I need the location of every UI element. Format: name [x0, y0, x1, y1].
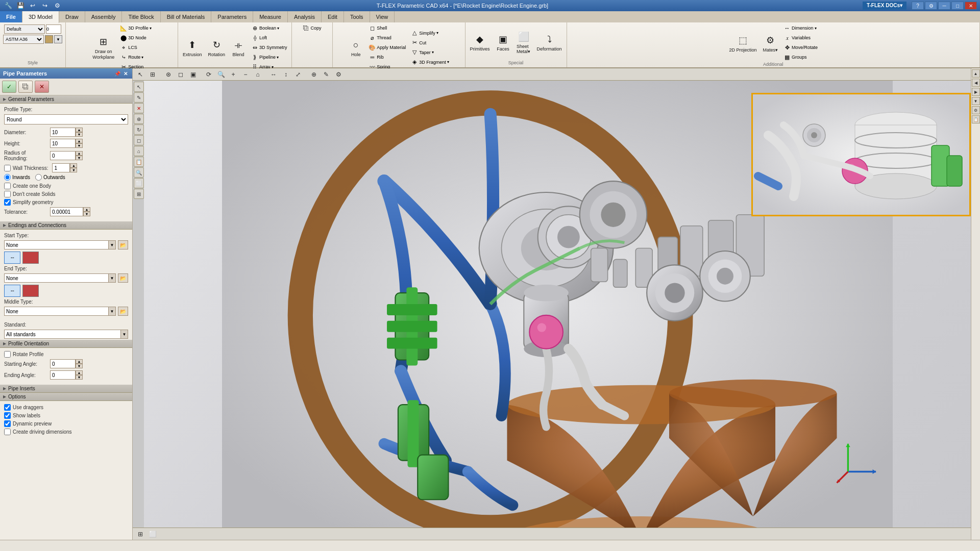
vp-zoom-out-btn[interactable]: − — [240, 69, 251, 80]
pipe-inserts-header[interactable]: ▶ Pipe Inserts — [0, 385, 132, 393]
apply-material-btn[interactable]: 🎨 Apply Material — [366, 43, 408, 52]
lt-tool-2[interactable]: ✎ — [134, 92, 144, 103]
starting-angle-input[interactable] — [50, 359, 76, 368]
pipeline-btn[interactable]: ⟫ Pipeline▾ — [249, 53, 289, 62]
viewport-area[interactable]: ↖ ⊞ ⊛ ◻ ▣ ⟳ 🔍 + − ⌂ ↔ ↕ ⤢ ⊕ ✎ ⚙ ↖ ✎ ✕ ⊛ — [133, 68, 971, 540]
radius-up[interactable]: ▲ — [76, 151, 83, 156]
color-swatch[interactable] — [45, 35, 53, 43]
taper-btn[interactable]: ▽ Taper▾ — [409, 48, 451, 57]
style-num-input[interactable] — [46, 24, 61, 34]
end-type-browse[interactable]: 📂 — [118, 273, 128, 283]
tab-measure[interactable]: Measure — [253, 11, 288, 22]
endings-header[interactable]: ▶ Endings and Connections — [0, 221, 132, 230]
rp-btn-6[interactable]: 📋 — [972, 115, 980, 123]
lcs-btn[interactable]: ⌖ LCS — [118, 43, 154, 52]
vp-zoom-in-btn[interactable]: + — [228, 69, 239, 80]
help-btn[interactable]: ? — [912, 2, 924, 10]
cut-btn[interactable]: ✂ Cut — [409, 38, 451, 47]
start-type-arrow[interactable]: ▼ — [108, 241, 115, 249]
radius-down[interactable]: ▼ — [76, 156, 83, 160]
show-labels-check[interactable] — [4, 412, 11, 419]
end-type-arrow[interactable]: ▼ — [108, 274, 115, 282]
maximize-btn[interactable]: □ — [951, 2, 964, 10]
end-icon-2[interactable] — [22, 285, 39, 297]
profile-type-select[interactable]: Round — [4, 114, 128, 124]
extrusion-btn[interactable]: ⬆ Extrusion — [180, 36, 205, 59]
start-type-browse[interactable]: 📂 — [118, 240, 128, 249]
vp-zoom-btn[interactable]: 🔍 — [215, 69, 227, 80]
middle-type-input[interactable] — [5, 308, 108, 315]
qa-btn-4[interactable]: ⚙ — [52, 1, 62, 10]
starting-angle-down[interactable]: ▼ — [76, 364, 83, 368]
tab-parameters[interactable]: Parameters — [211, 11, 253, 22]
vp-split-h-btn[interactable]: ⊞ — [135, 529, 146, 539]
lt-select-tool[interactable]: ↖ — [134, 82, 144, 92]
use-draggers-check[interactable] — [4, 404, 11, 411]
lt-tool-3[interactable]: ✕ — [134, 103, 144, 113]
mates-btn[interactable]: ⚙ Mates▾ — [761, 31, 781, 55]
loft-btn[interactable]: ⟠ Loft — [249, 33, 289, 42]
tolerance-input[interactable] — [50, 207, 83, 216]
ending-angle-up[interactable]: ▲ — [76, 370, 83, 375]
tab-file[interactable]: File — [0, 11, 22, 22]
copy-btn[interactable]: ⿻ Copy — [301, 23, 324, 33]
vp-display-btn[interactable]: ◻ — [175, 69, 186, 80]
rp-btn-1[interactable]: ▲ — [972, 69, 980, 78]
confirm-btn[interactable]: ✓ — [2, 81, 16, 93]
tab-title-block[interactable]: Title Block — [122, 11, 160, 22]
wall-thickness-down[interactable]: ▼ — [70, 168, 77, 172]
tab-edit[interactable]: Edit — [322, 11, 344, 22]
rp-btn-2[interactable]: ◀ — [972, 79, 980, 87]
lt-tool-11[interactable]: ⊞ — [134, 189, 144, 199]
rp-btn-4[interactable]: ▼ — [972, 97, 980, 105]
sheet-metal-btn[interactable]: ⬜ SheetMetal▾ — [514, 28, 533, 56]
vp-pan-btn[interactable]: ⤢ — [292, 69, 304, 80]
3d-symmetry-btn[interactable]: ⇔ 3D Symmetry — [249, 43, 289, 52]
2d-projection-btn[interactable]: ⬚ 2D Projection — [727, 31, 760, 55]
lt-tool-8[interactable]: 📋 — [134, 157, 144, 167]
vp-view-btn[interactable]: ⊞ — [147, 69, 158, 80]
3d-profile-btn[interactable]: 📐 3D Profile▾ — [118, 23, 154, 33]
wall-thickness-input[interactable] — [52, 163, 70, 172]
3d-fragment-btn[interactable]: ◈ 3D Fragment▾ — [409, 58, 451, 67]
ending-angle-down[interactable]: ▼ — [76, 375, 83, 380]
panel-pin-btn[interactable]: 📌 — [114, 70, 121, 77]
tflex-docs-btn[interactable]: T-FLEX DOCs▾ — [863, 2, 906, 10]
end-type-input[interactable] — [5, 275, 108, 282]
tolerance-up[interactable]: ▲ — [83, 207, 90, 212]
wall-thickness-up[interactable]: ▲ — [70, 163, 77, 168]
rib-btn[interactable]: ═ Rib — [366, 53, 408, 62]
rotation-btn[interactable]: ↻ Rotation — [206, 36, 228, 59]
groups-btn[interactable]: ▦ Groups — [781, 53, 820, 62]
diameter-input[interactable] — [50, 128, 76, 137]
lt-tool-4[interactable]: ⊛ — [134, 114, 144, 124]
minimize-btn[interactable]: ─ — [938, 2, 950, 10]
tab-view[interactable]: View — [370, 11, 395, 22]
starting-angle-up[interactable]: ▲ — [76, 359, 83, 364]
boolean-btn[interactable]: ⊕ Boolean▾ — [249, 23, 289, 33]
material-select[interactable]: ASTM A36 — [3, 35, 44, 44]
tolerance-down[interactable]: ▼ — [83, 212, 90, 216]
general-params-header[interactable]: ▶ General Parameters — [0, 95, 132, 104]
settings-btn[interactable]: ⚙ — [925, 2, 937, 10]
rp-btn-3[interactable]: ▶ — [972, 88, 980, 96]
color-btn[interactable]: ▼ — [54, 35, 62, 43]
cancel-btn[interactable]: ✕ — [35, 81, 49, 93]
start-icon-2[interactable] — [22, 252, 39, 264]
wall-thickness-check[interactable] — [4, 165, 11, 171]
middle-type-arrow[interactable]: ▼ — [108, 307, 115, 315]
vp-pan-v-btn[interactable]: ↕ — [280, 69, 291, 80]
route-btn[interactable]: ⤷ Route▾ — [118, 53, 154, 62]
shell-btn[interactable]: ◻ Shell — [366, 23, 408, 33]
lt-tool-10[interactable]: ⬜ — [134, 178, 144, 188]
tab-analysis[interactable]: Analysis — [288, 11, 322, 22]
simplify-geom-check[interactable] — [4, 199, 11, 206]
create-one-body-check[interactable] — [4, 183, 11, 189]
lt-tool-6[interactable]: ◻ — [134, 135, 144, 145]
lt-tool-7[interactable]: ⌂ — [134, 146, 144, 156]
dimension-btn[interactable]: ↔ Dimension▾ — [781, 23, 820, 33]
thread-btn[interactable]: ⌀ Thread — [366, 33, 408, 42]
standard-input[interactable] — [5, 331, 120, 338]
rp-btn-5[interactable]: ⚙ — [972, 106, 980, 114]
options-header[interactable]: ▶ Options — [0, 393, 132, 401]
